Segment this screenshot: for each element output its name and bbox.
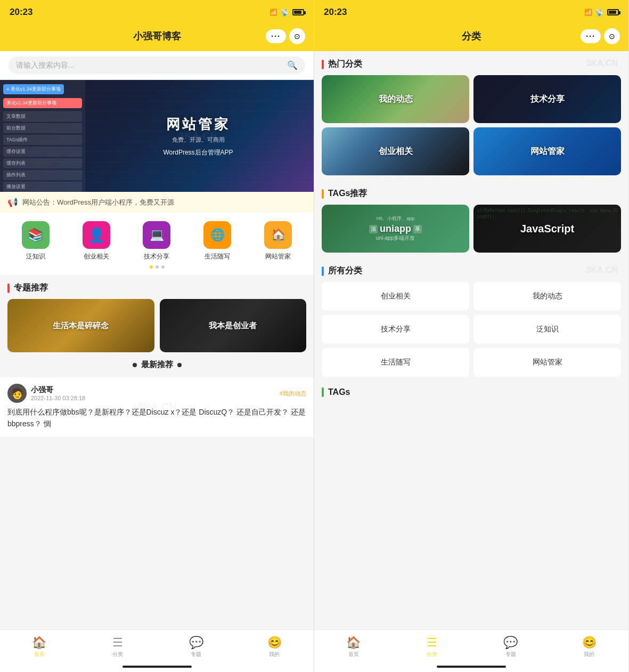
cat-icon-circle-0: 📚: [22, 221, 50, 249]
panel-menu-3: 缓存设置: [3, 147, 82, 157]
uniapp-content: H5、小程序、app 顶 uniapp 享 uni-app多端开发: [367, 213, 424, 244]
right-target-icon: ⊙: [609, 32, 615, 41]
notice-icon: 📢: [7, 197, 18, 207]
search-placeholder: 请输入搜索内容...: [16, 61, 283, 70]
icons-row: 📚 泛知识 👤 创业相关 💻 技术分享: [0, 221, 314, 261]
right-more-button[interactable]: ···: [581, 29, 601, 43]
bottom-line: [122, 666, 192, 668]
cat-label-3: 生活随写: [205, 252, 230, 261]
uniapp-suffix: 享: [413, 225, 422, 233]
cat-card-label-1: 技术分享: [530, 94, 565, 105]
battery-icon: [292, 9, 304, 15]
dot-2: [161, 265, 165, 269]
target-button[interactable]: ⊙: [289, 28, 305, 44]
right-content: 热门分类 3KA.CN 我的动态 技术分享 创业相关: [314, 51, 628, 629]
nav-category[interactable]: ☰ 分类: [78, 634, 157, 659]
cat-icon-4[interactable]: 🏠 网站管家: [257, 221, 299, 261]
cat-label-0: 泛知识: [26, 252, 45, 261]
right-battery-icon: [607, 9, 619, 15]
nav-home[interactable]: 🏠 首页: [0, 634, 78, 659]
right-nav-mine-label: 我的: [584, 651, 594, 658]
featured-card-0[interactable]: 3KA.CN 生活本是碎碎念: [7, 299, 154, 352]
nav-home-icon: 🏠: [32, 636, 46, 650]
cat-icon-0[interactable]: 📚 泛知识: [14, 221, 57, 261]
post-avatar: 🧑: [7, 384, 27, 403]
featured-card-text-0: 生活本是碎碎念: [53, 321, 109, 331]
banner[interactable]: + 美化v1.34更新部分事项 美化v1.34更新部分事项 文章数据 前台数据 …: [0, 80, 314, 192]
nav-topic-label: 专题: [191, 651, 201, 658]
right-time: 20:23: [324, 7, 347, 18]
nav-topic-icon: 💬: [189, 636, 203, 650]
panel-menu-tags: TAGs插件: [3, 135, 82, 145]
right-nav-category[interactable]: ☰ 分类: [393, 634, 472, 659]
banner-watermark: 3KA.CN: [178, 131, 217, 142]
cat-card-1[interactable]: 技术分享: [473, 75, 621, 123]
panel-menu-2: 前台数据: [3, 123, 82, 133]
right-target-button[interactable]: ⊙: [604, 28, 620, 44]
all-cat-5[interactable]: 网站管家: [473, 348, 621, 377]
nav-mine[interactable]: 😊 我的: [235, 634, 314, 659]
featured-card-1[interactable]: 3KA.CN 我本是创业者: [160, 299, 307, 352]
latest-dot-left: [133, 363, 137, 367]
cat-card-label-0: 我的动态: [379, 94, 413, 105]
post-author-info: 小强哥 2022-11-30 03:28:18: [31, 385, 275, 401]
more-button[interactable]: ···: [266, 29, 286, 43]
right-phone: 20:23 📶 📡 分类 ··· ⊙: [314, 0, 628, 672]
all-cat-2[interactable]: 技术分享: [322, 315, 469, 344]
post-item-0[interactable]: 🧑 小强哥 2022-11-30 03:28:18 #我的动态 3KA.CN 到…: [0, 377, 314, 436]
cat-icon-1[interactable]: 👤 创业相关: [75, 221, 118, 261]
all-cat-1[interactable]: 我的动态: [473, 282, 621, 311]
right-nav-home-icon: 🏠: [346, 636, 361, 650]
cat-icon-3[interactable]: 🌐 生活随写: [196, 221, 239, 261]
right-nav-mine[interactable]: 😊 我的: [550, 634, 629, 659]
right-header-title: 分类: [323, 30, 620, 43]
left-status-icons: 📶 📡: [269, 9, 304, 17]
wifi-icon: 📡: [280, 9, 289, 17]
tags-rec-indicator: [322, 189, 324, 199]
panel-menu-6: 播放设置: [3, 182, 82, 192]
tag-card-uniapp[interactable]: H5、小程序、app 顶 uniapp 享 uni-app多端开发: [322, 205, 469, 253]
featured-section-header: 专题推荐: [0, 275, 314, 299]
featured-cards: 3KA.CN 生活本是碎碎念 3KA.CN 我本是创业者: [0, 299, 314, 352]
nav-mine-label: 我的: [269, 651, 280, 658]
banner-left-panel: + 美化v1.34更新部分事项 美化v1.34更新部分事项 文章数据 前台数据 …: [0, 80, 85, 192]
right-status-icons: 📶 📡: [584, 9, 619, 17]
right-wifi-icon: 📡: [595, 9, 603, 17]
cat-icon-circle-3: 🌐: [203, 221, 231, 249]
cat-label-2: 技术分享: [144, 252, 169, 261]
cat-card-0[interactable]: 我的动态: [322, 75, 469, 123]
all-cat-3[interactable]: 泛知识: [473, 315, 621, 344]
right-nav-topic[interactable]: 💬 专题: [471, 634, 550, 659]
cat-icon-2[interactable]: 💻 技术分享: [135, 221, 178, 261]
hot-title: 热门分类: [328, 59, 362, 70]
post-date: 2022-11-30 03:28:18: [31, 395, 275, 401]
latest-title: 最新推荐: [141, 360, 173, 370]
cat-card-2[interactable]: 创业相关: [322, 127, 469, 175]
tag-card-js[interactable]: if(MyMethod.text){},SingletonPlugin_resu…: [473, 205, 621, 253]
featured-indicator: [7, 284, 10, 293]
cat-icon-circle-4: 🏠: [264, 221, 292, 249]
right-nav-category-icon: ☰: [427, 636, 437, 650]
cat-card-3[interactable]: 网站管家: [473, 127, 621, 175]
left-header: 小强哥博客 ··· ⊙: [0, 23, 314, 51]
search-icon: 🔍: [287, 60, 298, 70]
right-nav-topic-icon: 💬: [503, 636, 518, 650]
nav-category-icon: ☰: [112, 636, 123, 650]
all-cat-0[interactable]: 创业相关: [322, 282, 469, 311]
right-header: 分类 ··· ⊙: [314, 23, 628, 51]
search-input-wrap[interactable]: 请输入搜索内容... 🔍: [9, 56, 305, 74]
latest-header: 最新推荐: [7, 360, 306, 370]
right-nav-home[interactable]: 🏠 首页: [314, 634, 393, 659]
all-cat-4[interactable]: 生活随写: [322, 348, 469, 377]
left-header-title: 小强哥博客: [9, 30, 305, 43]
dot-0: [150, 265, 153, 269]
panel-btn-blue: + 美化v1.34更新部分事项: [3, 84, 64, 94]
banner-main: 3KA.CN 网站管家 免费、开源、可商用 WordPress后台管理APP: [83, 80, 314, 192]
uniapp-title-row: 顶 uniapp 享: [369, 223, 422, 234]
nav-topic[interactable]: 💬 专题: [157, 634, 235, 659]
hot-categories: 我的动态 技术分享 创业相关 网站管家: [314, 75, 628, 181]
post-meta: 🧑 小强哥 2022-11-30 03:28:18 #我的动态: [7, 384, 306, 403]
uniapp-main-label: uniapp: [380, 223, 411, 234]
right-nav-category-label: 分类: [427, 651, 437, 658]
right-status-bar: 20:23 📶 📡: [314, 0, 628, 23]
